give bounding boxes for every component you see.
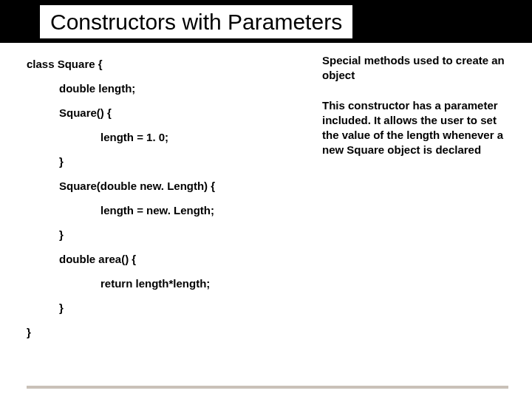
code-line: length = 1. 0; <box>27 125 293 149</box>
code-line: Square(double new. Length) { <box>27 174 293 198</box>
code-line: length = new. Length; <box>27 198 293 222</box>
code-line: } <box>27 149 293 174</box>
code-line: } <box>27 222 293 247</box>
code-line: Square() { <box>27 100 293 125</box>
code-line: return length*length; <box>27 271 293 296</box>
content-area: class Square { double length; Square() {… <box>0 43 532 344</box>
note-text: Special methods used to create an object <box>322 53 514 83</box>
slide-title: Constructors with Parameters <box>40 5 352 38</box>
code-column: class Square { double length; Square() {… <box>27 52 293 344</box>
title-bar: Constructors with Parameters <box>0 0 532 43</box>
code-line: } <box>27 320 293 344</box>
code-line: double area() { <box>27 247 293 271</box>
code-line: double length; <box>27 76 293 100</box>
code-line: } <box>27 296 293 320</box>
notes-column: Special methods used to create an object… <box>322 52 514 344</box>
note-text: This constructor has a parameter include… <box>322 98 514 158</box>
footer-divider <box>27 386 508 389</box>
code-line: class Square { <box>27 52 293 76</box>
